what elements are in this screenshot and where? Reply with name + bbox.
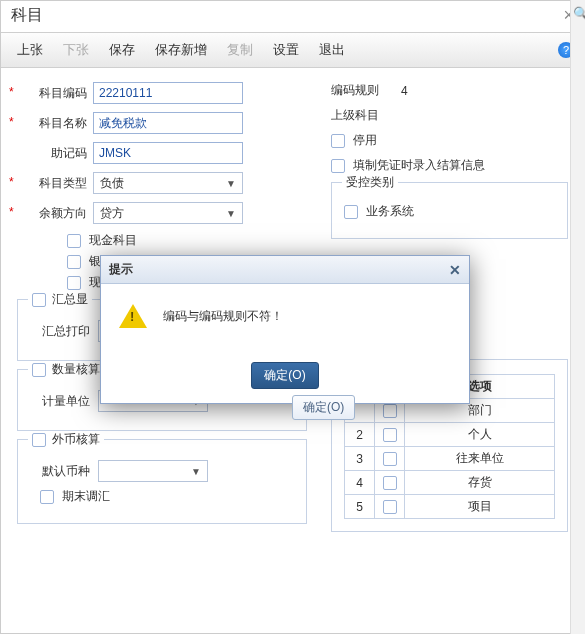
modal-ok-button[interactable]: 确定(O) <box>251 362 318 389</box>
alert-modal: 提示 ✕ 编码与编码规则不符！ 确定(O) <box>100 255 470 404</box>
warning-icon <box>119 304 147 328</box>
modal-title: 提示 <box>109 261 133 278</box>
modal-message: 编码与编码规则不符！ <box>163 308 283 325</box>
ghost-ok-button[interactable]: 确定(O) <box>292 395 355 420</box>
modal-close-icon[interactable]: ✕ <box>449 262 461 278</box>
modal-title-bar: 提示 ✕ <box>101 256 469 284</box>
